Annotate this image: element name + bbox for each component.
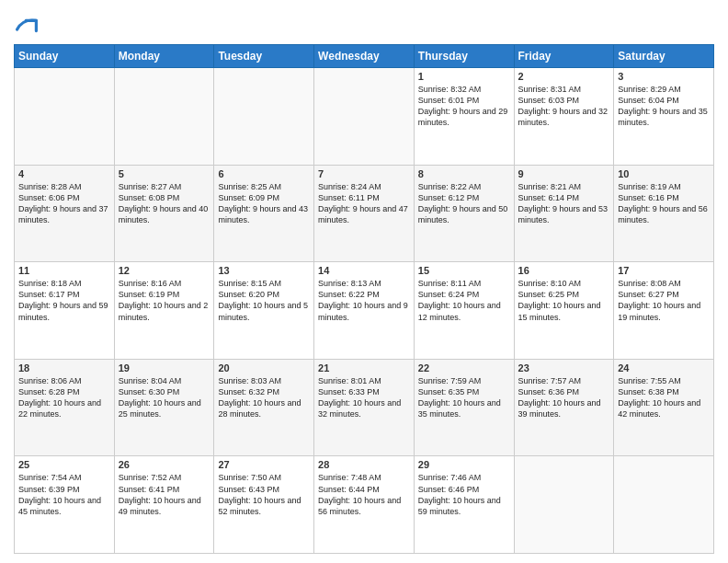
calendar-cell: 29Sunrise: 7:46 AM Sunset: 6:46 PM Dayli… — [414, 456, 514, 554]
calendar-cell: 6Sunrise: 8:25 AM Sunset: 6:09 PM Daylig… — [214, 165, 314, 262]
day-info: Sunrise: 8:13 AM Sunset: 6:22 PM Dayligh… — [318, 278, 410, 323]
calendar-cell: 11Sunrise: 8:18 AM Sunset: 6:17 PM Dayli… — [15, 262, 115, 360]
day-number: 25 — [18, 459, 110, 470]
page: SundayMondayTuesdayWednesdayThursdayFrid… — [0, 0, 728, 563]
calendar-cell: 10Sunrise: 8:19 AM Sunset: 6:16 PM Dayli… — [614, 165, 714, 262]
day-number: 12 — [119, 265, 210, 276]
day-number: 24 — [618, 362, 710, 373]
day-number: 10 — [618, 168, 710, 179]
day-info: Sunrise: 8:06 AM Sunset: 6:28 PM Dayligh… — [18, 375, 110, 420]
calendar-cell: 5Sunrise: 8:27 AM Sunset: 6:08 PM Daylig… — [114, 165, 214, 262]
calendar-cell: 9Sunrise: 8:21 AM Sunset: 6:14 PM Daylig… — [514, 165, 614, 262]
day-number: 11 — [18, 265, 110, 276]
day-info: Sunrise: 8:04 AM Sunset: 6:30 PM Dayligh… — [119, 375, 210, 420]
day-number: 20 — [218, 362, 310, 373]
day-info: Sunrise: 8:01 AM Sunset: 6:33 PM Dayligh… — [318, 375, 410, 420]
day-number: 22 — [418, 362, 510, 373]
calendar-cell: 1Sunrise: 8:32 AM Sunset: 6:01 PM Daylig… — [414, 68, 514, 166]
weekday-header-saturday: Saturday — [614, 45, 714, 68]
calendar-cell — [114, 68, 214, 166]
day-info: Sunrise: 8:28 AM Sunset: 6:06 PM Dayligh… — [18, 181, 110, 226]
day-info: Sunrise: 8:16 AM Sunset: 6:19 PM Dayligh… — [119, 278, 210, 323]
weekday-header-row: SundayMondayTuesdayWednesdayThursdayFrid… — [15, 45, 714, 68]
weekday-header-wednesday: Wednesday — [314, 45, 415, 68]
logo-icon — [16, 15, 38, 37]
day-info: Sunrise: 7:55 AM Sunset: 6:38 PM Dayligh… — [618, 375, 710, 420]
calendar-cell: 22Sunrise: 7:59 AM Sunset: 6:35 PM Dayli… — [414, 359, 514, 456]
calendar-cell: 17Sunrise: 8:08 AM Sunset: 6:27 PM Dayli… — [614, 262, 714, 360]
day-number: 9 — [518, 168, 610, 179]
calendar-cell — [15, 68, 115, 166]
day-number: 2 — [518, 71, 610, 82]
week-row-5: 25Sunrise: 7:54 AM Sunset: 6:39 PM Dayli… — [15, 456, 714, 554]
day-info: Sunrise: 7:46 AM Sunset: 6:46 PM Dayligh… — [418, 472, 510, 517]
day-info: Sunrise: 8:27 AM Sunset: 6:08 PM Dayligh… — [119, 181, 210, 226]
day-info: Sunrise: 7:48 AM Sunset: 6:44 PM Dayligh… — [318, 472, 410, 517]
day-number: 29 — [418, 459, 510, 470]
calendar-cell: 26Sunrise: 7:52 AM Sunset: 6:41 PM Dayli… — [114, 456, 214, 554]
day-number: 13 — [218, 265, 310, 276]
day-info: Sunrise: 8:10 AM Sunset: 6:25 PM Dayligh… — [518, 278, 610, 323]
weekday-header-monday: Monday — [114, 45, 214, 68]
day-number: 5 — [119, 168, 210, 179]
day-info: Sunrise: 8:22 AM Sunset: 6:12 PM Dayligh… — [418, 181, 510, 226]
calendar-cell: 24Sunrise: 7:55 AM Sunset: 6:38 PM Dayli… — [614, 359, 714, 456]
day-info: Sunrise: 7:52 AM Sunset: 6:41 PM Dayligh… — [119, 472, 210, 517]
day-info: Sunrise: 8:32 AM Sunset: 6:01 PM Dayligh… — [418, 84, 510, 129]
calendar-cell: 18Sunrise: 8:06 AM Sunset: 6:28 PM Dayli… — [15, 359, 115, 456]
logo — [14, 13, 38, 37]
day-number: 14 — [318, 265, 410, 276]
day-number: 4 — [18, 168, 110, 179]
calendar-cell: 28Sunrise: 7:48 AM Sunset: 6:44 PM Dayli… — [314, 456, 415, 554]
calendar-cell: 20Sunrise: 8:03 AM Sunset: 6:32 PM Dayli… — [214, 359, 314, 456]
calendar-cell: 3Sunrise: 8:29 AM Sunset: 6:04 PM Daylig… — [614, 68, 714, 166]
calendar-cell: 2Sunrise: 8:31 AM Sunset: 6:03 PM Daylig… — [514, 68, 614, 166]
day-info: Sunrise: 8:29 AM Sunset: 6:04 PM Dayligh… — [618, 84, 710, 129]
week-row-1: 1Sunrise: 8:32 AM Sunset: 6:01 PM Daylig… — [15, 68, 714, 166]
day-number: 27 — [218, 459, 310, 470]
day-number: 8 — [418, 168, 510, 179]
weekday-header-tuesday: Tuesday — [214, 45, 314, 68]
calendar-cell: 19Sunrise: 8:04 AM Sunset: 6:30 PM Dayli… — [114, 359, 214, 456]
weekday-header-sunday: Sunday — [15, 45, 115, 68]
calendar-cell — [314, 68, 415, 166]
day-number: 19 — [119, 362, 210, 373]
day-info: Sunrise: 8:21 AM Sunset: 6:14 PM Dayligh… — [518, 181, 610, 226]
week-row-3: 11Sunrise: 8:18 AM Sunset: 6:17 PM Dayli… — [15, 262, 714, 360]
calendar-cell: 23Sunrise: 7:57 AM Sunset: 6:36 PM Dayli… — [514, 359, 614, 456]
day-info: Sunrise: 8:11 AM Sunset: 6:24 PM Dayligh… — [418, 278, 510, 323]
day-info: Sunrise: 7:59 AM Sunset: 6:35 PM Dayligh… — [418, 375, 510, 420]
day-info: Sunrise: 7:57 AM Sunset: 6:36 PM Dayligh… — [518, 375, 610, 420]
day-info: Sunrise: 7:54 AM Sunset: 6:39 PM Dayligh… — [18, 472, 110, 517]
day-number: 17 — [618, 265, 710, 276]
calendar-cell: 13Sunrise: 8:15 AM Sunset: 6:20 PM Dayli… — [214, 262, 314, 360]
calendar-cell: 15Sunrise: 8:11 AM Sunset: 6:24 PM Dayli… — [414, 262, 514, 360]
day-number: 6 — [218, 168, 310, 179]
calendar-cell: 16Sunrise: 8:10 AM Sunset: 6:25 PM Dayli… — [514, 262, 614, 360]
day-number: 21 — [318, 362, 410, 373]
day-info: Sunrise: 8:19 AM Sunset: 6:16 PM Dayligh… — [618, 181, 710, 226]
day-number: 15 — [418, 265, 510, 276]
calendar-cell — [514, 456, 614, 554]
day-number: 26 — [119, 459, 210, 470]
calendar-table: SundayMondayTuesdayWednesdayThursdayFrid… — [14, 44, 714, 554]
day-number: 7 — [318, 168, 410, 179]
weekday-header-friday: Friday — [514, 45, 614, 68]
day-info: Sunrise: 7:50 AM Sunset: 6:43 PM Dayligh… — [218, 472, 310, 517]
week-row-2: 4Sunrise: 8:28 AM Sunset: 6:06 PM Daylig… — [15, 165, 714, 262]
day-info: Sunrise: 8:24 AM Sunset: 6:11 PM Dayligh… — [318, 181, 410, 226]
day-number: 16 — [518, 265, 610, 276]
calendar-cell: 12Sunrise: 8:16 AM Sunset: 6:19 PM Dayli… — [114, 262, 214, 360]
week-row-4: 18Sunrise: 8:06 AM Sunset: 6:28 PM Dayli… — [15, 359, 714, 456]
calendar-cell — [214, 68, 314, 166]
day-info: Sunrise: 8:18 AM Sunset: 6:17 PM Dayligh… — [18, 278, 110, 323]
calendar-cell — [614, 456, 714, 554]
calendar-cell: 7Sunrise: 8:24 AM Sunset: 6:11 PM Daylig… — [314, 165, 415, 262]
day-info: Sunrise: 8:03 AM Sunset: 6:32 PM Dayligh… — [218, 375, 310, 420]
header — [14, 9, 714, 37]
weekday-header-thursday: Thursday — [414, 45, 514, 68]
day-info: Sunrise: 8:08 AM Sunset: 6:27 PM Dayligh… — [618, 278, 710, 323]
day-number: 3 — [618, 71, 710, 82]
calendar-cell: 25Sunrise: 7:54 AM Sunset: 6:39 PM Dayli… — [15, 456, 115, 554]
day-info: Sunrise: 8:15 AM Sunset: 6:20 PM Dayligh… — [218, 278, 310, 323]
